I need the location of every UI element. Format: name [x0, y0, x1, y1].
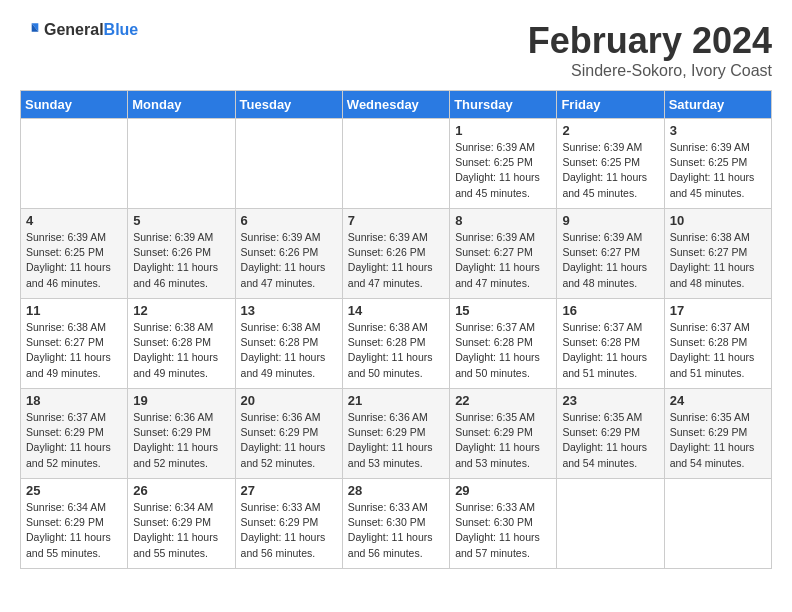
day-info: Sunrise: 6:37 AMSunset: 6:28 PMDaylight:…: [455, 320, 551, 381]
calendar-cell: [342, 119, 449, 209]
month-title: February 2024: [528, 20, 772, 62]
day-number: 19: [133, 393, 229, 408]
calendar-cell: 1Sunrise: 6:39 AMSunset: 6:25 PMDaylight…: [450, 119, 557, 209]
day-header-tuesday: Tuesday: [235, 91, 342, 119]
calendar-cell: 21Sunrise: 6:36 AMSunset: 6:29 PMDayligh…: [342, 389, 449, 479]
day-header-thursday: Thursday: [450, 91, 557, 119]
day-info: Sunrise: 6:37 AMSunset: 6:28 PMDaylight:…: [670, 320, 766, 381]
day-number: 7: [348, 213, 444, 228]
calendar-cell: 12Sunrise: 6:38 AMSunset: 6:28 PMDayligh…: [128, 299, 235, 389]
calendar-week-row: 4Sunrise: 6:39 AMSunset: 6:25 PMDaylight…: [21, 209, 772, 299]
calendar-cell: 28Sunrise: 6:33 AMSunset: 6:30 PMDayligh…: [342, 479, 449, 569]
title-area: February 2024 Sindere-Sokoro, Ivory Coas…: [528, 20, 772, 80]
calendar-week-row: 1Sunrise: 6:39 AMSunset: 6:25 PMDaylight…: [21, 119, 772, 209]
day-info: Sunrise: 6:39 AMSunset: 6:27 PMDaylight:…: [455, 230, 551, 291]
day-info: Sunrise: 6:38 AMSunset: 6:27 PMDaylight:…: [670, 230, 766, 291]
location-subtitle: Sindere-Sokoro, Ivory Coast: [528, 62, 772, 80]
day-header-wednesday: Wednesday: [342, 91, 449, 119]
day-number: 20: [241, 393, 337, 408]
day-header-saturday: Saturday: [664, 91, 771, 119]
calendar-cell: 3Sunrise: 6:39 AMSunset: 6:25 PMDaylight…: [664, 119, 771, 209]
day-number: 1: [455, 123, 551, 138]
day-info: Sunrise: 6:38 AMSunset: 6:28 PMDaylight:…: [348, 320, 444, 381]
day-number: 29: [455, 483, 551, 498]
calendar-cell: 8Sunrise: 6:39 AMSunset: 6:27 PMDaylight…: [450, 209, 557, 299]
calendar-cell: [21, 119, 128, 209]
calendar-cell: 7Sunrise: 6:39 AMSunset: 6:26 PMDaylight…: [342, 209, 449, 299]
calendar-header-row: SundayMondayTuesdayWednesdayThursdayFrid…: [21, 91, 772, 119]
day-number: 23: [562, 393, 658, 408]
day-number: 11: [26, 303, 122, 318]
day-info: Sunrise: 6:39 AMSunset: 6:27 PMDaylight:…: [562, 230, 658, 291]
day-number: 24: [670, 393, 766, 408]
calendar-cell: 24Sunrise: 6:35 AMSunset: 6:29 PMDayligh…: [664, 389, 771, 479]
day-header-sunday: Sunday: [21, 91, 128, 119]
day-number: 8: [455, 213, 551, 228]
day-number: 6: [241, 213, 337, 228]
calendar-cell: 11Sunrise: 6:38 AMSunset: 6:27 PMDayligh…: [21, 299, 128, 389]
day-number: 13: [241, 303, 337, 318]
day-number: 15: [455, 303, 551, 318]
calendar-cell: 18Sunrise: 6:37 AMSunset: 6:29 PMDayligh…: [21, 389, 128, 479]
day-info: Sunrise: 6:33 AMSunset: 6:29 PMDaylight:…: [241, 500, 337, 561]
day-info: Sunrise: 6:39 AMSunset: 6:25 PMDaylight:…: [670, 140, 766, 201]
day-number: 22: [455, 393, 551, 408]
day-number: 5: [133, 213, 229, 228]
calendar-cell: 9Sunrise: 6:39 AMSunset: 6:27 PMDaylight…: [557, 209, 664, 299]
day-info: Sunrise: 6:36 AMSunset: 6:29 PMDaylight:…: [348, 410, 444, 471]
day-number: 4: [26, 213, 122, 228]
calendar-week-row: 25Sunrise: 6:34 AMSunset: 6:29 PMDayligh…: [21, 479, 772, 569]
day-number: 9: [562, 213, 658, 228]
logo-icon: [20, 20, 40, 40]
calendar-cell: 26Sunrise: 6:34 AMSunset: 6:29 PMDayligh…: [128, 479, 235, 569]
day-header-monday: Monday: [128, 91, 235, 119]
calendar-cell: 20Sunrise: 6:36 AMSunset: 6:29 PMDayligh…: [235, 389, 342, 479]
day-info: Sunrise: 6:39 AMSunset: 6:25 PMDaylight:…: [455, 140, 551, 201]
calendar-cell: 6Sunrise: 6:39 AMSunset: 6:26 PMDaylight…: [235, 209, 342, 299]
day-header-friday: Friday: [557, 91, 664, 119]
calendar-cell: 17Sunrise: 6:37 AMSunset: 6:28 PMDayligh…: [664, 299, 771, 389]
day-info: Sunrise: 6:38 AMSunset: 6:27 PMDaylight:…: [26, 320, 122, 381]
calendar-cell: 22Sunrise: 6:35 AMSunset: 6:29 PMDayligh…: [450, 389, 557, 479]
day-info: Sunrise: 6:35 AMSunset: 6:29 PMDaylight:…: [455, 410, 551, 471]
calendar-cell: 10Sunrise: 6:38 AMSunset: 6:27 PMDayligh…: [664, 209, 771, 299]
calendar-cell: 5Sunrise: 6:39 AMSunset: 6:26 PMDaylight…: [128, 209, 235, 299]
day-number: 17: [670, 303, 766, 318]
calendar-cell: [128, 119, 235, 209]
day-number: 10: [670, 213, 766, 228]
day-info: Sunrise: 6:39 AMSunset: 6:25 PMDaylight:…: [562, 140, 658, 201]
day-number: 14: [348, 303, 444, 318]
day-info: Sunrise: 6:39 AMSunset: 6:26 PMDaylight:…: [241, 230, 337, 291]
day-info: Sunrise: 6:33 AMSunset: 6:30 PMDaylight:…: [455, 500, 551, 561]
logo-general-text: General: [44, 21, 104, 38]
calendar-cell: [557, 479, 664, 569]
calendar-week-row: 18Sunrise: 6:37 AMSunset: 6:29 PMDayligh…: [21, 389, 772, 479]
day-info: Sunrise: 6:39 AMSunset: 6:26 PMDaylight:…: [133, 230, 229, 291]
day-number: 21: [348, 393, 444, 408]
day-number: 16: [562, 303, 658, 318]
day-info: Sunrise: 6:35 AMSunset: 6:29 PMDaylight:…: [670, 410, 766, 471]
calendar-cell: 29Sunrise: 6:33 AMSunset: 6:30 PMDayligh…: [450, 479, 557, 569]
day-info: Sunrise: 6:38 AMSunset: 6:28 PMDaylight:…: [241, 320, 337, 381]
day-number: 2: [562, 123, 658, 138]
day-number: 3: [670, 123, 766, 138]
calendar-cell: 16Sunrise: 6:37 AMSunset: 6:28 PMDayligh…: [557, 299, 664, 389]
day-info: Sunrise: 6:37 AMSunset: 6:29 PMDaylight:…: [26, 410, 122, 471]
day-info: Sunrise: 6:39 AMSunset: 6:26 PMDaylight:…: [348, 230, 444, 291]
page-header: GeneralBlue February 2024 Sindere-Sokoro…: [20, 20, 772, 80]
day-number: 28: [348, 483, 444, 498]
day-number: 18: [26, 393, 122, 408]
calendar-cell: 19Sunrise: 6:36 AMSunset: 6:29 PMDayligh…: [128, 389, 235, 479]
calendar-week-row: 11Sunrise: 6:38 AMSunset: 6:27 PMDayligh…: [21, 299, 772, 389]
day-info: Sunrise: 6:34 AMSunset: 6:29 PMDaylight:…: [26, 500, 122, 561]
day-number: 25: [26, 483, 122, 498]
day-info: Sunrise: 6:36 AMSunset: 6:29 PMDaylight:…: [241, 410, 337, 471]
calendar-cell: 25Sunrise: 6:34 AMSunset: 6:29 PMDayligh…: [21, 479, 128, 569]
calendar-cell: 4Sunrise: 6:39 AMSunset: 6:25 PMDaylight…: [21, 209, 128, 299]
day-info: Sunrise: 6:34 AMSunset: 6:29 PMDaylight:…: [133, 500, 229, 561]
day-number: 26: [133, 483, 229, 498]
day-info: Sunrise: 6:35 AMSunset: 6:29 PMDaylight:…: [562, 410, 658, 471]
calendar-cell: [235, 119, 342, 209]
calendar-cell: 27Sunrise: 6:33 AMSunset: 6:29 PMDayligh…: [235, 479, 342, 569]
calendar-cell: 14Sunrise: 6:38 AMSunset: 6:28 PMDayligh…: [342, 299, 449, 389]
